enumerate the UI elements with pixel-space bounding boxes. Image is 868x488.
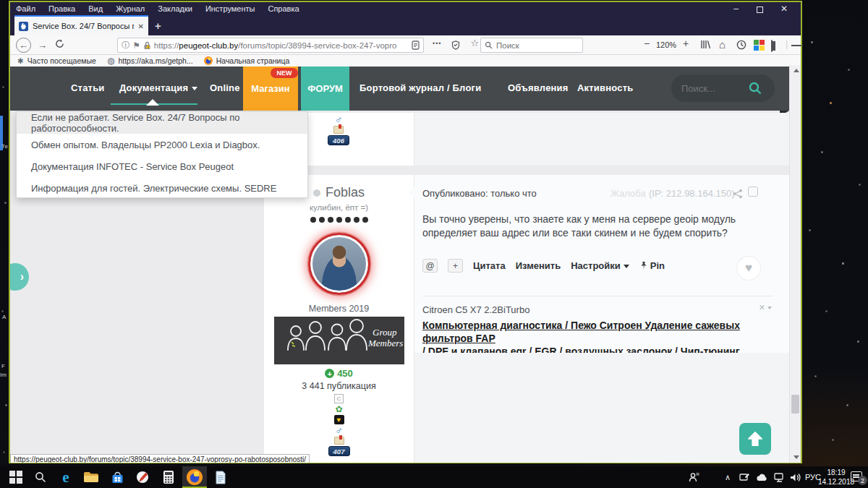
browser-scrollbar[interactable] [789, 65, 801, 463]
notepad-button[interactable] [212, 468, 229, 486]
post-content-tail [414, 353, 789, 463]
tab-service-box[interactable]: Service Box. 24/7 Вопросы по ✕ [14, 15, 148, 35]
menu-help[interactable]: Справка [268, 4, 299, 13]
report-link[interactable]: Жалоба [610, 188, 646, 199]
start-button[interactable] [7, 468, 25, 486]
nav-forum[interactable]: ФОРУМ [301, 67, 349, 111]
taskbar-search-button[interactable] [32, 468, 49, 486]
tray-expand-chevron[interactable]: ∧ [721, 466, 734, 488]
back-button[interactable]: ← [16, 38, 31, 53]
signature-links[interactable]: Компьютерная диагностика / Пежо Ситроен … [422, 319, 789, 358]
author-name[interactable]: Foblas [326, 185, 365, 200]
options-button[interactable]: Настройки [571, 260, 629, 271]
book-icon [334, 437, 344, 445]
permissions-flag-icon[interactable]: ⚑ [133, 40, 140, 51]
maximize-button[interactable] [757, 5, 763, 15]
taskbar: e R ∧ Р [0, 466, 868, 488]
nav-online[interactable]: Online [210, 82, 240, 93]
post-body: Вы точно уверены, что знаете как у меня … [422, 213, 736, 240]
browser-window: Файл Правка Вид Журнал Закладки Инструме… [9, 1, 802, 463]
side-panel-toggle[interactable]: › [10, 263, 29, 291]
avatar[interactable] [308, 233, 370, 295]
menu-file[interactable]: Файл [16, 4, 35, 13]
page-action-icons: ••• ☆ [433, 40, 479, 50]
reader-mode-icon[interactable] [412, 40, 420, 50]
pin-button[interactable]: Pin [639, 260, 665, 271]
page-actions-menu-icon[interactable]: ••• [433, 40, 441, 50]
menu-tools[interactable]: Инструменты [205, 4, 255, 13]
bookmark-star-icon[interactable]: ☆ [470, 38, 479, 50]
reputation-row[interactable]: + 450 [325, 368, 353, 379]
bookmark-home-page[interactable]: Начальная страница [204, 56, 290, 65]
zoom-out-button[interactable]: − [644, 38, 650, 49]
dropdown-item-sedre[interactable]: Информация для гостей. Электрические схе… [17, 177, 307, 199]
quote-button[interactable]: Цитата [473, 260, 506, 271]
site-search-input[interactable] [681, 83, 748, 94]
sidebar-toggle-icon[interactable] [771, 40, 773, 51]
rank-pips [310, 217, 368, 223]
tab-close-icon[interactable]: ✕ [138, 22, 144, 30]
share-icon[interactable] [733, 189, 743, 201]
edit-button[interactable]: Изменить [516, 260, 561, 271]
mention-button[interactable]: @ [422, 259, 438, 273]
page-info-icon[interactable]: ⓘ [122, 40, 130, 51]
scrollbar-thumb[interactable] [791, 395, 799, 414]
browser-search-box[interactable] [480, 38, 583, 53]
translator-extension-icon[interactable] [754, 40, 765, 51]
search-input[interactable] [496, 41, 569, 50]
signature-close[interactable]: ✕ [759, 303, 772, 312]
minimize-button[interactable]: – [733, 4, 739, 14]
firefox-icon [204, 56, 213, 65]
card-icon: C [334, 394, 344, 403]
library-icon[interactable] [700, 40, 710, 51]
store-button[interactable] [109, 468, 126, 486]
forward-button[interactable]: → [38, 40, 47, 51]
firefox-button[interactable] [186, 468, 203, 486]
site-search-pill[interactable] [671, 74, 775, 102]
close-window-button[interactable]: ✕ [780, 4, 788, 14]
zoom-in-button[interactable]: + [683, 38, 689, 49]
new-tab-button[interactable]: + [155, 20, 161, 32]
dropdown-item-pp2000[interactable]: Обмен опытом. Владельцы PP2000 Lexia и D… [17, 134, 307, 155]
nav-blogs[interactable]: Бортовой журнал / Блоги [359, 82, 481, 93]
scrollbar-down-arrow[interactable] [793, 455, 799, 459]
reload-button[interactable] [55, 39, 64, 51]
people-icon[interactable]: R [686, 466, 702, 488]
dropdown-item-service-box[interactable]: Если не работает. Service Box. 24/7 Вопр… [17, 112, 307, 134]
network-icon[interactable] [771, 466, 787, 488]
nav-articles[interactable]: Статьи [71, 82, 105, 93]
volume-icon[interactable] [787, 466, 803, 488]
menu-bookmarks[interactable]: Закладки [158, 4, 192, 13]
zoom-level[interactable]: 120% [656, 40, 676, 49]
dropdown-item-infotec[interactable]: Документация INFOTEC - Service Box Peuge… [17, 155, 307, 177]
search-icon [485, 41, 493, 49]
back-icon: ← [19, 40, 28, 51]
paint3d-button[interactable] [134, 468, 151, 486]
menu-edit[interactable]: Правка [48, 4, 75, 13]
history-clock-icon[interactable] [736, 40, 746, 52]
bookmark-most-visited[interactable]: ✱ Часто посещаемые [17, 56, 96, 65]
like-heart-button[interactable]: ♥ [737, 257, 760, 280]
home-icon[interactable]: ⌂ [719, 38, 726, 51]
calculator-button[interactable] [160, 468, 177, 486]
site-search-icon[interactable] [748, 81, 762, 95]
scroll-to-top-button[interactable] [739, 423, 771, 455]
menu-history[interactable]: Журнал [116, 4, 145, 13]
url-path: /forums/topic/38994-service-box-247-vopr… [238, 41, 396, 50]
select-post-checkbox[interactable] [748, 187, 758, 197]
url-bar[interactable]: ⓘ ⚑ https://peugeot-club.by/forums/topic… [117, 38, 424, 53]
onedrive-cloud-icon[interactable] [754, 466, 770, 488]
nav-activity[interactable]: Активность [577, 82, 633, 93]
edge-button[interactable]: e [57, 468, 75, 486]
lock-warning-icon[interactable] [143, 41, 151, 50]
nav-documentation[interactable]: Документация [119, 82, 197, 93]
pocket-shield-icon[interactable] [451, 40, 460, 50]
nav-ads[interactable]: Объявления [508, 82, 569, 93]
file-explorer-button[interactable] [82, 468, 100, 486]
menu-view[interactable]: Вид [88, 4, 103, 13]
signature-link-line1[interactable]: Компьютерная диагностика / Пежо Ситроен … [422, 319, 789, 345]
bookmark-akams[interactable]: ◍ https://aka.ms/getph... [107, 56, 193, 66]
windows-ink-icon[interactable] [737, 466, 752, 488]
scrollbar-up-arrow[interactable] [793, 69, 799, 72]
multiquote-button[interactable]: + [448, 259, 463, 273]
